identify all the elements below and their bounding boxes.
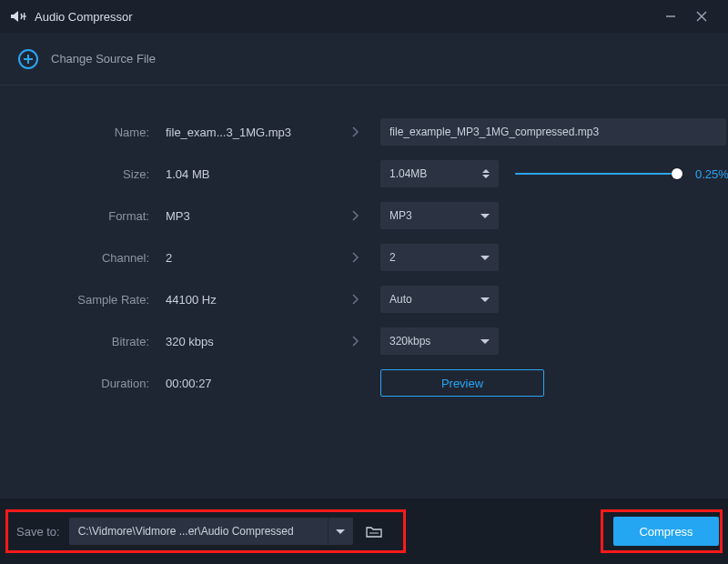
label-duration: Duration: xyxy=(22,377,158,390)
caret-down-icon xyxy=(480,339,490,344)
size-step-up-icon[interactable] xyxy=(482,169,490,173)
compress-button[interactable]: Compress xyxy=(613,517,719,546)
channel-select-value: 2 xyxy=(389,251,396,264)
sample-rate-select-value: Auto xyxy=(389,293,412,306)
minimize-button[interactable] xyxy=(655,0,686,33)
titlebar: Audio Compressor xyxy=(0,0,728,33)
output-size-stepper[interactable]: 1.04MB xyxy=(380,160,499,187)
change-source-label: Change Source File xyxy=(51,52,156,65)
row-bitrate: Bitrate: 320 kbps 320kbps xyxy=(22,320,706,362)
save-path-dropdown[interactable] xyxy=(328,518,353,545)
chevron-right-icon xyxy=(337,335,373,347)
row-size: Size: 1.04 MB 1.04MB 0.25% xyxy=(22,153,706,195)
svg-rect-2 xyxy=(23,15,26,16)
size-step-down-icon[interactable] xyxy=(482,175,490,178)
add-file-icon[interactable] xyxy=(18,49,38,69)
close-button[interactable] xyxy=(686,0,717,33)
label-bitrate: Bitrate: xyxy=(22,335,158,348)
compress-form: Name: file_exam...3_1MG.mp3 file_example… xyxy=(0,86,728,404)
save-path-value[interactable]: C:\Vidmore\Vidmore ...er\Audio Compresse… xyxy=(69,525,328,538)
source-duration: 00:00:27 xyxy=(166,377,329,390)
size-slider[interactable] xyxy=(515,167,679,180)
preview-button[interactable]: Preview xyxy=(380,369,544,397)
bottom-bar: Save to: C:\Vidmore\Vidmore ...er\Audio … xyxy=(0,499,728,564)
format-select-value: MP3 xyxy=(389,209,412,222)
slider-thumb[interactable] xyxy=(672,168,682,179)
channel-select[interactable]: 2 xyxy=(380,244,499,271)
window-title: Audio Compressor xyxy=(35,10,133,24)
label-name: Name: xyxy=(22,126,158,139)
chevron-right-icon xyxy=(337,251,373,264)
chevron-right-icon xyxy=(337,293,373,306)
output-size-value: 1.04MB xyxy=(389,167,427,180)
label-format: Format: xyxy=(22,209,158,223)
source-channel: 2 xyxy=(166,251,329,265)
preview-label: Preview xyxy=(441,377,483,390)
source-bitrate: 320 kbps xyxy=(166,335,329,348)
chevron-right-icon xyxy=(337,126,373,138)
svg-rect-0 xyxy=(11,15,14,18)
save-to-label: Save to: xyxy=(16,525,60,539)
compress-label: Compress xyxy=(639,525,693,539)
caret-down-icon xyxy=(480,214,490,218)
row-channel: Channel: 2 2 xyxy=(22,237,706,278)
sample-rate-select[interactable]: Auto xyxy=(380,286,499,313)
output-name-value: file_example_MP3_1MG_compressed.mp3 xyxy=(389,126,599,138)
app-icon xyxy=(11,10,27,23)
source-size: 1.04 MB xyxy=(166,167,329,181)
format-select[interactable]: MP3 xyxy=(380,202,499,229)
row-duration: Duration: 00:00:27 Preview xyxy=(22,362,706,404)
source-format: MP3 xyxy=(166,209,329,223)
slider-fill xyxy=(515,173,677,175)
bitrate-select[interactable]: 320kbps xyxy=(380,327,499,355)
row-format: Format: MP3 MP3 xyxy=(22,195,706,237)
caret-down-icon xyxy=(480,297,490,302)
row-sample-rate: Sample Rate: 44100 Hz Auto xyxy=(22,278,706,320)
save-path-group: C:\Vidmore\Vidmore ...er\Audio Compresse… xyxy=(69,518,353,545)
bitrate-select-value: 320kbps xyxy=(389,335,430,347)
caret-down-icon xyxy=(480,256,490,260)
output-name-input[interactable]: file_example_MP3_1MG_compressed.mp3 xyxy=(380,118,726,146)
label-size: Size: xyxy=(22,167,158,181)
label-channel: Channel: xyxy=(22,251,158,265)
source-name: file_exam...3_1MG.mp3 xyxy=(166,126,329,139)
row-name: Name: file_exam...3_1MG.mp3 file_example… xyxy=(22,111,706,153)
browse-folder-button[interactable] xyxy=(360,518,388,545)
size-percent: 0.25% xyxy=(695,167,728,181)
caret-down-icon xyxy=(336,529,345,534)
chevron-right-icon xyxy=(337,209,373,222)
label-sample-rate: Sample Rate: xyxy=(22,293,158,307)
change-source-row[interactable]: Change Source File xyxy=(0,33,728,86)
source-sample-rate: 44100 Hz xyxy=(166,293,329,307)
